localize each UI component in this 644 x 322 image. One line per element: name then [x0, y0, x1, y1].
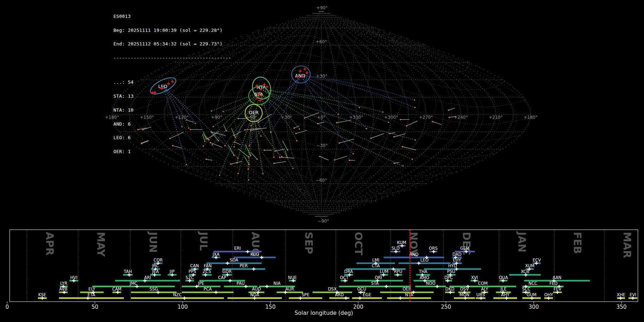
month-label-jul: JUL — [197, 231, 210, 251]
trail-end-dot — [296, 140, 298, 142]
longitude-label: +0° — [317, 115, 326, 120]
meteor-dot — [233, 155, 235, 156]
meteor-dot — [250, 155, 252, 156]
shower-label-zcs: ZCS — [203, 269, 211, 274]
meteor-dot — [336, 122, 337, 123]
shower-peak-cross-per — [252, 267, 255, 270]
shower-label-sta: STA — [371, 281, 379, 286]
count-line-nta: NTA: 10 — [113, 108, 231, 113]
meteor-segment — [245, 145, 251, 155]
month-label-jun: JUN — [147, 231, 159, 253]
meteor-segment — [339, 139, 354, 143]
axis-tick-label: 200 — [353, 304, 364, 310]
shower-label-oct: OCT — [340, 275, 349, 280]
longitude-label: +30° — [281, 115, 292, 120]
month-label-may: MAY — [95, 232, 107, 257]
shower-label-gem: GEM — [460, 246, 469, 251]
trail-end-dot — [359, 107, 360, 108]
meteor-segment — [231, 161, 242, 164]
trail-end-dot — [402, 165, 404, 167]
shower-peak-cross-sda — [226, 262, 229, 265]
meteor-segment — [402, 147, 416, 150]
meteor-dot — [230, 164, 231, 165]
longitude-label: +270° — [419, 115, 433, 120]
trail-end-dot — [260, 136, 262, 137]
month-label-oct: OCT — [352, 232, 365, 255]
shower-label-nia: NIA — [273, 281, 280, 286]
meteor-dot — [406, 125, 408, 127]
meteor-dot — [258, 122, 259, 123]
meteor-dot — [295, 133, 297, 134]
meteor-segment — [390, 133, 395, 134]
meteor-segment — [251, 153, 257, 160]
meteor-segment — [394, 162, 399, 164]
shower-label-lum: LUM — [380, 269, 389, 274]
longitude-label: +210° — [489, 115, 503, 120]
count-line-and: AND: 6 — [113, 122, 231, 127]
count-line-sta: STA: 13 — [113, 94, 231, 99]
meteor-segment — [371, 134, 384, 138]
meteor-dot — [273, 163, 275, 164]
trail-end-dot — [415, 139, 416, 141]
shower-label-lyr: LYR — [60, 281, 67, 286]
shower-label-and: AND — [409, 252, 418, 257]
shower-label-kcg: KCG — [250, 252, 259, 257]
shower-label-tha: THA — [419, 269, 428, 274]
shower-label-amo: AMO — [420, 275, 429, 280]
month-label-mar: MAR — [621, 232, 633, 258]
shower-label-ecv: ECV — [533, 258, 541, 263]
latitude-label: −90° — [318, 219, 329, 224]
shower-peak-cross-ege — [358, 297, 362, 300]
shower-trail — [262, 89, 413, 159]
meteor-segment — [274, 162, 286, 164]
shower-label-cam: CAM — [112, 287, 122, 292]
shower-bar-pca — [182, 292, 234, 293]
shower-bar-eta — [59, 297, 124, 299]
shower-peak-cross-eri — [246, 250, 249, 253]
meteor-dot — [257, 158, 258, 160]
meteor-dot — [244, 129, 245, 131]
shower-peak-cross-noo — [435, 285, 439, 288]
meteor-segment — [350, 160, 355, 161]
count-line-oer: OER: 1 — [113, 150, 231, 154]
shower-peak-cross-nia — [265, 285, 269, 288]
shower-label-ors: ORS — [429, 246, 438, 251]
shower-label-ori: ORI — [375, 275, 382, 280]
shower-label-tah: TAH — [123, 269, 132, 274]
shower-trail — [251, 76, 301, 126]
shower-label-xcb: XCB — [521, 269, 529, 274]
shower-label-dra: DRA — [344, 269, 353, 274]
meteor-dot — [238, 118, 239, 119]
shower-label-jmc: JMC — [130, 281, 137, 286]
shower-label-fan: FAN — [204, 263, 211, 268]
meteor-dot — [394, 163, 395, 164]
shower-trail — [301, 75, 415, 107]
shower-peak-cross-leo — [417, 262, 420, 265]
meteor-segment — [239, 149, 249, 157]
trail-end-dot — [299, 128, 300, 130]
trail-end-dot — [414, 99, 415, 101]
axis-tick-label: 50 — [92, 304, 98, 310]
axis-tick-label: 250 — [441, 304, 451, 310]
shower-label-ard: ARD — [335, 292, 344, 297]
axis-tick-label: 100 — [177, 304, 188, 310]
trail-end-dot — [248, 179, 249, 181]
shower-label-ely: ELY — [88, 287, 96, 292]
shower-label-avb: AVB — [59, 287, 68, 292]
shower-label-nta: NTA — [405, 292, 413, 297]
shower-label-urs: URS — [477, 292, 485, 297]
shower-label-xum: XUM — [525, 263, 535, 268]
latitude-label: +90° — [316, 5, 327, 10]
shower-label-ehy: EHY — [453, 258, 462, 263]
shower-peak-cross-nzc — [183, 297, 186, 300]
shower-peak-cross-nta — [399, 297, 402, 300]
shower-bar-sta — [339, 286, 411, 287]
trail-end-dot — [234, 146, 235, 148]
trail-end-dot — [270, 132, 272, 133]
meteor-segment — [394, 134, 405, 137]
shower-label-fed: FED — [550, 281, 558, 286]
meteor-dot — [449, 117, 450, 118]
meteor-dot — [274, 150, 276, 152]
latitude-label: −30° — [316, 143, 327, 148]
longitude-label: +60° — [246, 115, 257, 120]
